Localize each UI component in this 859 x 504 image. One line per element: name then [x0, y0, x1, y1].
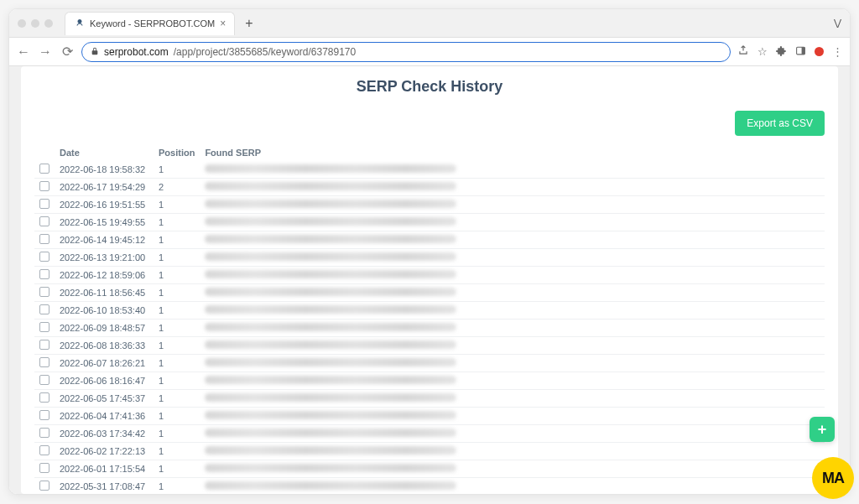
cell-position: 1 — [154, 320, 200, 337]
table-row[interactable]: 2022-06-03 17:34:421 — [34, 425, 825, 443]
add-fab-button[interactable]: + — [810, 417, 835, 442]
maximize-window-icon[interactable] — [44, 19, 53, 28]
row-checkbox[interactable] — [39, 410, 49, 420]
row-checkbox[interactable] — [39, 357, 49, 367]
row-checkbox[interactable] — [39, 287, 49, 297]
cell-found-serp — [200, 460, 825, 478]
page-body: SERP Check History Export as CSV Date Po… — [9, 66, 850, 494]
row-checkbox[interactable] — [39, 304, 49, 314]
cell-found-serp — [200, 214, 825, 231]
row-checkbox[interactable] — [39, 234, 49, 244]
cell-date: 2022-06-08 18:36:33 — [55, 337, 154, 355]
table-row[interactable]: 2022-06-01 17:15:541 — [34, 460, 825, 478]
table-row[interactable]: 2022-06-12 18:59:061 — [34, 267, 825, 284]
forward-button[interactable]: → — [38, 44, 53, 60]
cell-date: 2022-06-01 17:15:54 — [55, 460, 154, 478]
table-row[interactable]: 2022-06-08 18:36:331 — [34, 337, 825, 355]
cell-date: 2022-06-02 17:22:13 — [55, 443, 154, 460]
blurred-text — [205, 288, 456, 296]
tabs-menu-icon[interactable]: ⋁ — [834, 18, 841, 29]
history-table: Date Position Found SERP 2022-06-18 19:5… — [34, 144, 825, 494]
cell-date: 2022-06-07 18:26:21 — [55, 355, 154, 372]
row-checkbox[interactable] — [39, 428, 49, 438]
row-checkbox[interactable] — [39, 445, 49, 455]
header-position[interactable]: Position — [154, 144, 200, 161]
row-checkbox[interactable] — [39, 199, 49, 209]
cell-date: 2022-06-16 19:51:55 — [55, 196, 154, 214]
reload-button[interactable]: ⟳ — [60, 44, 75, 60]
export-csv-button[interactable]: Export as CSV — [735, 111, 825, 136]
cell-position: 1 — [154, 478, 200, 495]
blurred-text — [205, 429, 456, 437]
cell-date: 2022-06-11 18:56:45 — [55, 284, 154, 302]
cell-position: 1 — [154, 302, 200, 320]
menu-icon[interactable]: ⋮ — [832, 45, 843, 58]
close-tab-icon[interactable]: × — [220, 18, 226, 29]
bookmark-icon[interactable]: ☆ — [757, 45, 768, 58]
row-checkbox[interactable] — [39, 216, 49, 226]
row-checkbox[interactable] — [39, 463, 49, 473]
row-checkbox[interactable] — [39, 481, 49, 491]
url-host: serprobot.com — [104, 46, 169, 58]
blurred-text — [205, 464, 456, 472]
cell-position: 1 — [154, 355, 200, 372]
table-row[interactable]: 2022-06-05 17:45:371 — [34, 390, 825, 408]
blurred-text — [205, 376, 456, 384]
cell-position: 2 — [154, 179, 200, 196]
browser-tab[interactable]: Keyword - SERPROBOT.COM × — [65, 12, 235, 35]
row-checkbox[interactable] — [39, 340, 49, 350]
cell-position: 1 — [154, 214, 200, 231]
close-window-icon[interactable] — [18, 19, 26, 28]
blurred-text — [205, 481, 456, 490]
blurred-text — [205, 340, 456, 349]
new-tab-button[interactable]: + — [240, 16, 258, 31]
table-row[interactable]: 2022-06-09 18:48:571 — [34, 320, 825, 337]
cell-position: 1 — [154, 267, 200, 284]
row-checkbox[interactable] — [39, 375, 49, 385]
blurred-text — [205, 270, 456, 278]
blurred-text — [205, 446, 456, 455]
table-row[interactable]: 2022-06-13 19:21:001 — [34, 249, 825, 267]
cell-date: 2022-06-14 19:45:12 — [55, 231, 154, 249]
row-checkbox[interactable] — [39, 392, 49, 403]
cell-position: 1 — [154, 372, 200, 390]
minimize-window-icon[interactable] — [31, 19, 39, 28]
table-row[interactable]: 2022-06-17 19:54:292 — [34, 179, 825, 196]
row-checkbox[interactable] — [39, 252, 49, 262]
table-row[interactable]: 2022-06-15 19:49:551 — [34, 214, 825, 231]
cell-found-serp — [200, 372, 825, 390]
cell-date: 2022-06-12 18:59:06 — [55, 267, 154, 284]
browser-window: Keyword - SERPROBOT.COM × + ⋁ ← → ⟳ serp… — [8, 8, 851, 495]
cell-found-serp — [200, 425, 825, 443]
table-row[interactable]: 2022-06-10 18:53:401 — [34, 302, 825, 320]
content-card: SERP Check History Export as CSV Date Po… — [21, 66, 838, 494]
action-row: Export as CSV — [34, 111, 825, 136]
table-row[interactable]: 2022-06-11 18:56:451 — [34, 284, 825, 302]
row-checkbox[interactable] — [39, 269, 49, 279]
cell-date: 2022-06-10 18:53:40 — [55, 302, 154, 320]
row-checkbox[interactable] — [39, 181, 49, 191]
table-row[interactable]: 2022-06-04 17:41:361 — [34, 408, 825, 425]
cell-position: 1 — [154, 161, 200, 179]
panel-icon[interactable] — [795, 45, 806, 59]
row-checkbox[interactable] — [39, 322, 49, 332]
share-icon[interactable] — [737, 44, 749, 59]
table-row[interactable]: 2022-06-16 19:51:551 — [34, 196, 825, 214]
table-row[interactable]: 2022-06-06 18:16:471 — [34, 372, 825, 390]
address-bar[interactable]: serprobot.com/app/project/3855685/keywor… — [81, 42, 731, 62]
header-date[interactable]: Date — [55, 144, 154, 161]
record-icon[interactable] — [815, 47, 824, 56]
table-row[interactable]: 2022-06-07 18:26:211 — [34, 355, 825, 372]
cell-found-serp — [200, 355, 825, 372]
table-row[interactable]: 2022-06-18 19:58:321 — [34, 161, 825, 179]
header-found-serp[interactable]: Found SERP — [200, 144, 825, 161]
table-row[interactable]: 2022-05-31 17:08:471 — [34, 478, 825, 495]
back-button[interactable]: ← — [16, 44, 31, 60]
blurred-text — [205, 182, 456, 190]
row-checkbox[interactable] — [39, 164, 49, 174]
cell-found-serp — [200, 478, 825, 495]
extensions-icon[interactable] — [776, 45, 787, 59]
header-checkbox — [34, 144, 55, 161]
table-row[interactable]: 2022-06-14 19:45:121 — [34, 231, 825, 249]
table-row[interactable]: 2022-06-02 17:22:131 — [34, 443, 825, 460]
